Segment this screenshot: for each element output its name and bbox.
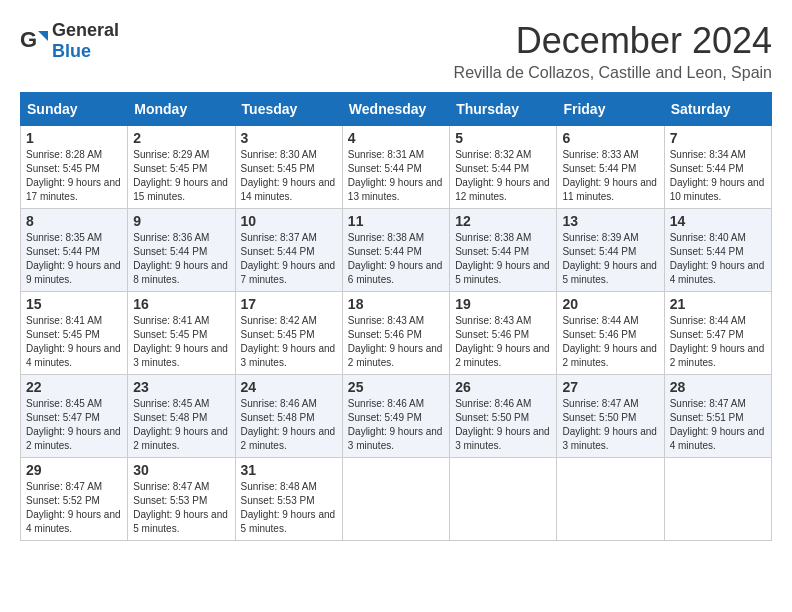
day-info: Sunrise: 8:37 AMSunset: 5:44 PMDaylight:…: [241, 232, 336, 285]
day-info: Sunrise: 8:48 AMSunset: 5:53 PMDaylight:…: [241, 481, 336, 534]
calendar-week-row: 22Sunrise: 8:45 AMSunset: 5:47 PMDayligh…: [21, 375, 772, 458]
day-info: Sunrise: 8:39 AMSunset: 5:44 PMDaylight:…: [562, 232, 657, 285]
day-info: Sunrise: 8:33 AMSunset: 5:44 PMDaylight:…: [562, 149, 657, 202]
calendar-cell: 16Sunrise: 8:41 AMSunset: 5:45 PMDayligh…: [128, 292, 235, 375]
calendar-cell: 1Sunrise: 8:28 AMSunset: 5:45 PMDaylight…: [21, 126, 128, 209]
svg-marker-1: [38, 31, 48, 41]
day-number: 18: [348, 296, 444, 312]
day-number: 21: [670, 296, 766, 312]
day-number: 7: [670, 130, 766, 146]
calendar-cell: 29Sunrise: 8:47 AMSunset: 5:52 PMDayligh…: [21, 458, 128, 541]
calendar-week-row: 29Sunrise: 8:47 AMSunset: 5:52 PMDayligh…: [21, 458, 772, 541]
location-subtitle: Revilla de Collazos, Castille and Leon, …: [454, 64, 772, 82]
calendar-cell: 30Sunrise: 8:47 AMSunset: 5:53 PMDayligh…: [128, 458, 235, 541]
calendar-cell: 25Sunrise: 8:46 AMSunset: 5:49 PMDayligh…: [342, 375, 449, 458]
day-number: 3: [241, 130, 337, 146]
day-number: 8: [26, 213, 122, 229]
day-info: Sunrise: 8:36 AMSunset: 5:44 PMDaylight:…: [133, 232, 228, 285]
day-info: Sunrise: 8:30 AMSunset: 5:45 PMDaylight:…: [241, 149, 336, 202]
day-info: Sunrise: 8:45 AMSunset: 5:48 PMDaylight:…: [133, 398, 228, 451]
calendar-cell: 28Sunrise: 8:47 AMSunset: 5:51 PMDayligh…: [664, 375, 771, 458]
day-info: Sunrise: 8:47 AMSunset: 5:53 PMDaylight:…: [133, 481, 228, 534]
logo: G General Blue: [20, 20, 119, 62]
day-number: 1: [26, 130, 122, 146]
day-number: 25: [348, 379, 444, 395]
calendar-cell: 3Sunrise: 8:30 AMSunset: 5:45 PMDaylight…: [235, 126, 342, 209]
day-info: Sunrise: 8:38 AMSunset: 5:44 PMDaylight:…: [348, 232, 443, 285]
calendar-table: SundayMondayTuesdayWednesdayThursdayFrid…: [20, 92, 772, 541]
calendar-cell: 13Sunrise: 8:39 AMSunset: 5:44 PMDayligh…: [557, 209, 664, 292]
calendar-cell: [557, 458, 664, 541]
day-info: Sunrise: 8:40 AMSunset: 5:44 PMDaylight:…: [670, 232, 765, 285]
day-info: Sunrise: 8:44 AMSunset: 5:47 PMDaylight:…: [670, 315, 765, 368]
day-number: 14: [670, 213, 766, 229]
header: G General Blue December 2024 Revilla de …: [20, 20, 772, 82]
calendar-cell: 9Sunrise: 8:36 AMSunset: 5:44 PMDaylight…: [128, 209, 235, 292]
title-section: December 2024 Revilla de Collazos, Casti…: [454, 20, 772, 82]
calendar-week-row: 8Sunrise: 8:35 AMSunset: 5:44 PMDaylight…: [21, 209, 772, 292]
calendar-cell: 10Sunrise: 8:37 AMSunset: 5:44 PMDayligh…: [235, 209, 342, 292]
header-friday: Friday: [557, 93, 664, 126]
day-info: Sunrise: 8:45 AMSunset: 5:47 PMDaylight:…: [26, 398, 121, 451]
day-number: 10: [241, 213, 337, 229]
calendar-cell: 12Sunrise: 8:38 AMSunset: 5:44 PMDayligh…: [450, 209, 557, 292]
day-number: 22: [26, 379, 122, 395]
calendar-cell: [664, 458, 771, 541]
day-number: 17: [241, 296, 337, 312]
day-info: Sunrise: 8:43 AMSunset: 5:46 PMDaylight:…: [455, 315, 550, 368]
logo-general: General: [52, 20, 119, 40]
header-sunday: Sunday: [21, 93, 128, 126]
calendar-cell: 22Sunrise: 8:45 AMSunset: 5:47 PMDayligh…: [21, 375, 128, 458]
calendar-cell: 26Sunrise: 8:46 AMSunset: 5:50 PMDayligh…: [450, 375, 557, 458]
day-info: Sunrise: 8:31 AMSunset: 5:44 PMDaylight:…: [348, 149, 443, 202]
logo-icon: G: [20, 27, 48, 55]
day-number: 2: [133, 130, 229, 146]
calendar-cell: 2Sunrise: 8:29 AMSunset: 5:45 PMDaylight…: [128, 126, 235, 209]
calendar-week-row: 15Sunrise: 8:41 AMSunset: 5:45 PMDayligh…: [21, 292, 772, 375]
svg-text:G: G: [20, 27, 37, 52]
day-info: Sunrise: 8:32 AMSunset: 5:44 PMDaylight:…: [455, 149, 550, 202]
day-number: 26: [455, 379, 551, 395]
day-number: 4: [348, 130, 444, 146]
calendar-cell: 27Sunrise: 8:47 AMSunset: 5:50 PMDayligh…: [557, 375, 664, 458]
day-info: Sunrise: 8:47 AMSunset: 5:50 PMDaylight:…: [562, 398, 657, 451]
day-info: Sunrise: 8:41 AMSunset: 5:45 PMDaylight:…: [26, 315, 121, 368]
day-number: 16: [133, 296, 229, 312]
header-monday: Monday: [128, 93, 235, 126]
day-info: Sunrise: 8:46 AMSunset: 5:48 PMDaylight:…: [241, 398, 336, 451]
header-tuesday: Tuesday: [235, 93, 342, 126]
logo-wordmark: General Blue: [52, 20, 119, 62]
day-number: 12: [455, 213, 551, 229]
calendar-cell: 6Sunrise: 8:33 AMSunset: 5:44 PMDaylight…: [557, 126, 664, 209]
calendar-cell: 17Sunrise: 8:42 AMSunset: 5:45 PMDayligh…: [235, 292, 342, 375]
day-number: 15: [26, 296, 122, 312]
day-number: 23: [133, 379, 229, 395]
day-info: Sunrise: 8:34 AMSunset: 5:44 PMDaylight:…: [670, 149, 765, 202]
calendar-week-row: 1Sunrise: 8:28 AMSunset: 5:45 PMDaylight…: [21, 126, 772, 209]
calendar-cell: 19Sunrise: 8:43 AMSunset: 5:46 PMDayligh…: [450, 292, 557, 375]
day-info: Sunrise: 8:46 AMSunset: 5:49 PMDaylight:…: [348, 398, 443, 451]
calendar-cell: [342, 458, 449, 541]
calendar-cell: [450, 458, 557, 541]
day-info: Sunrise: 8:28 AMSunset: 5:45 PMDaylight:…: [26, 149, 121, 202]
calendar-cell: 8Sunrise: 8:35 AMSunset: 5:44 PMDaylight…: [21, 209, 128, 292]
calendar-cell: 24Sunrise: 8:46 AMSunset: 5:48 PMDayligh…: [235, 375, 342, 458]
calendar-cell: 14Sunrise: 8:40 AMSunset: 5:44 PMDayligh…: [664, 209, 771, 292]
calendar-header-row: SundayMondayTuesdayWednesdayThursdayFrid…: [21, 93, 772, 126]
calendar-cell: 23Sunrise: 8:45 AMSunset: 5:48 PMDayligh…: [128, 375, 235, 458]
day-number: 31: [241, 462, 337, 478]
day-number: 13: [562, 213, 658, 229]
day-number: 30: [133, 462, 229, 478]
calendar-cell: 11Sunrise: 8:38 AMSunset: 5:44 PMDayligh…: [342, 209, 449, 292]
calendar-cell: 31Sunrise: 8:48 AMSunset: 5:53 PMDayligh…: [235, 458, 342, 541]
day-number: 11: [348, 213, 444, 229]
day-info: Sunrise: 8:35 AMSunset: 5:44 PMDaylight:…: [26, 232, 121, 285]
calendar-cell: 21Sunrise: 8:44 AMSunset: 5:47 PMDayligh…: [664, 292, 771, 375]
day-number: 24: [241, 379, 337, 395]
day-number: 29: [26, 462, 122, 478]
header-saturday: Saturday: [664, 93, 771, 126]
calendar-cell: 7Sunrise: 8:34 AMSunset: 5:44 PMDaylight…: [664, 126, 771, 209]
calendar-cell: 15Sunrise: 8:41 AMSunset: 5:45 PMDayligh…: [21, 292, 128, 375]
day-number: 20: [562, 296, 658, 312]
month-title: December 2024: [454, 20, 772, 62]
